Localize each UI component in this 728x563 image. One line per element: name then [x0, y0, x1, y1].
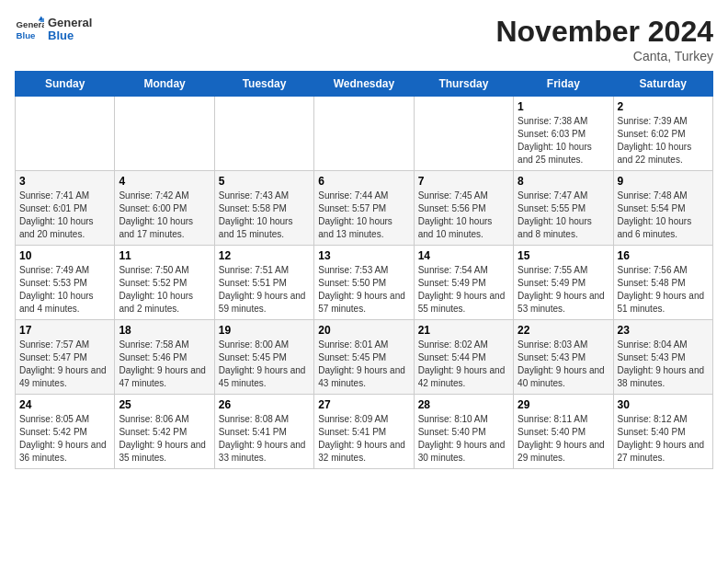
day-info: Sunrise: 8:12 AM Sunset: 5:40 PM Dayligh… [618, 413, 709, 465]
day-number: 13 [318, 249, 409, 262]
week-row-1: 1Sunrise: 7:38 AM Sunset: 6:03 PM Daylig… [16, 97, 713, 171]
day-cell: 9Sunrise: 7:48 AM Sunset: 5:54 PM Daylig… [613, 171, 712, 246]
day-cell [115, 97, 214, 171]
day-info: Sunrise: 7:42 AM Sunset: 6:00 PM Dayligh… [119, 190, 210, 241]
day-number: 8 [518, 175, 609, 188]
logo-general: General [48, 17, 92, 29]
title-area: November 2024 Canta, Turkey [495, 15, 713, 63]
calendar: SundayMondayTuesdayWednesdayThursdayFrid… [15, 71, 713, 469]
week-row-3: 10Sunrise: 7:49 AM Sunset: 5:53 PM Dayli… [16, 246, 713, 320]
day-info: Sunrise: 7:49 AM Sunset: 5:53 PM Dayligh… [19, 264, 110, 316]
day-info: Sunrise: 7:45 AM Sunset: 5:56 PM Dayligh… [418, 190, 509, 241]
day-number: 9 [618, 175, 709, 188]
day-cell: 20Sunrise: 8:01 AM Sunset: 5:45 PM Dayli… [314, 320, 414, 395]
day-cell: 23Sunrise: 8:04 AM Sunset: 5:43 PM Dayli… [613, 320, 712, 395]
svg-text:General: General [17, 19, 44, 29]
day-info: Sunrise: 7:58 AM Sunset: 5:46 PM Dayligh… [119, 339, 210, 390]
week-row-4: 17Sunrise: 7:57 AM Sunset: 5:47 PM Dayli… [16, 320, 713, 395]
day-cell: 18Sunrise: 7:58 AM Sunset: 5:46 PM Dayli… [115, 320, 214, 395]
day-info: Sunrise: 8:10 AM Sunset: 5:40 PM Dayligh… [418, 413, 509, 465]
day-number: 18 [119, 324, 210, 337]
day-cell: 22Sunrise: 8:03 AM Sunset: 5:43 PM Dayli… [514, 320, 613, 395]
day-cell: 21Sunrise: 8:02 AM Sunset: 5:44 PM Dayli… [414, 320, 513, 395]
col-header-thursday: Thursday [414, 72, 513, 97]
day-cell: 8Sunrise: 7:47 AM Sunset: 5:55 PM Daylig… [514, 171, 613, 246]
day-cell: 12Sunrise: 7:51 AM Sunset: 5:51 PM Dayli… [214, 246, 313, 320]
day-cell: 15Sunrise: 7:55 AM Sunset: 5:49 PM Dayli… [514, 246, 613, 320]
day-info: Sunrise: 7:57 AM Sunset: 5:47 PM Dayligh… [19, 339, 110, 390]
day-info: Sunrise: 7:38 AM Sunset: 6:03 PM Dayligh… [518, 115, 609, 167]
day-info: Sunrise: 8:03 AM Sunset: 5:43 PM Dayligh… [518, 339, 609, 390]
day-info: Sunrise: 8:09 AM Sunset: 5:41 PM Dayligh… [318, 413, 409, 465]
day-number: 14 [418, 249, 509, 262]
col-header-saturday: Saturday [613, 72, 712, 97]
day-cell: 10Sunrise: 7:49 AM Sunset: 5:53 PM Dayli… [16, 246, 115, 320]
svg-text:Blue: Blue [17, 30, 36, 40]
day-cell: 14Sunrise: 7:54 AM Sunset: 5:49 PM Dayli… [414, 246, 513, 320]
col-header-monday: Monday [115, 72, 214, 97]
day-cell: 7Sunrise: 7:45 AM Sunset: 5:56 PM Daylig… [414, 171, 513, 246]
day-cell: 6Sunrise: 7:44 AM Sunset: 5:57 PM Daylig… [314, 171, 414, 246]
day-info: Sunrise: 8:06 AM Sunset: 5:42 PM Dayligh… [119, 413, 210, 465]
day-number: 28 [418, 398, 509, 411]
day-cell [16, 97, 115, 171]
day-info: Sunrise: 8:04 AM Sunset: 5:43 PM Dayligh… [618, 339, 709, 390]
day-cell [314, 97, 414, 171]
day-info: Sunrise: 7:39 AM Sunset: 6:02 PM Dayligh… [618, 115, 709, 167]
day-number: 24 [19, 398, 110, 411]
header: General Blue General Blue November 2024 … [15, 15, 713, 63]
day-number: 20 [318, 324, 409, 337]
col-header-sunday: Sunday [16, 72, 115, 97]
day-number: 16 [618, 249, 709, 262]
day-number: 25 [119, 398, 210, 411]
day-cell: 4Sunrise: 7:42 AM Sunset: 6:00 PM Daylig… [115, 171, 214, 246]
col-header-friday: Friday [514, 72, 613, 97]
day-number: 7 [418, 175, 509, 188]
day-number: 4 [119, 175, 210, 188]
day-cell: 30Sunrise: 8:12 AM Sunset: 5:40 PM Dayli… [613, 395, 712, 469]
day-number: 6 [318, 175, 409, 188]
location: Canta, Turkey [495, 49, 713, 63]
day-cell: 17Sunrise: 7:57 AM Sunset: 5:47 PM Dayli… [16, 320, 115, 395]
day-number: 3 [19, 175, 110, 188]
day-cell: 25Sunrise: 8:06 AM Sunset: 5:42 PM Dayli… [115, 395, 214, 469]
month-title: November 2024 [495, 15, 713, 49]
day-cell: 2Sunrise: 7:39 AM Sunset: 6:02 PM Daylig… [613, 97, 712, 171]
day-info: Sunrise: 7:54 AM Sunset: 5:49 PM Dayligh… [418, 264, 509, 316]
day-info: Sunrise: 8:11 AM Sunset: 5:40 PM Dayligh… [518, 413, 609, 465]
day-number: 26 [219, 398, 310, 411]
day-number: 23 [618, 324, 709, 337]
day-number: 19 [219, 324, 310, 337]
day-number: 21 [418, 324, 509, 337]
day-info: Sunrise: 7:53 AM Sunset: 5:50 PM Dayligh… [318, 264, 409, 316]
day-info: Sunrise: 8:00 AM Sunset: 5:45 PM Dayligh… [219, 339, 310, 390]
day-info: Sunrise: 7:43 AM Sunset: 5:58 PM Dayligh… [219, 190, 310, 241]
day-number: 10 [19, 249, 110, 262]
day-info: Sunrise: 8:02 AM Sunset: 5:44 PM Dayligh… [418, 339, 509, 390]
day-number: 27 [318, 398, 409, 411]
day-number: 30 [618, 398, 709, 411]
day-cell: 28Sunrise: 8:10 AM Sunset: 5:40 PM Dayli… [414, 395, 513, 469]
day-cell [414, 97, 513, 171]
day-cell: 26Sunrise: 8:08 AM Sunset: 5:41 PM Dayli… [214, 395, 313, 469]
day-cell: 13Sunrise: 7:53 AM Sunset: 5:50 PM Dayli… [314, 246, 414, 320]
day-info: Sunrise: 7:56 AM Sunset: 5:48 PM Dayligh… [618, 264, 709, 316]
day-info: Sunrise: 8:08 AM Sunset: 5:41 PM Dayligh… [219, 413, 310, 465]
day-info: Sunrise: 7:47 AM Sunset: 5:55 PM Dayligh… [518, 190, 609, 241]
day-cell: 19Sunrise: 8:00 AM Sunset: 5:45 PM Dayli… [214, 320, 313, 395]
day-number: 29 [518, 398, 609, 411]
week-row-5: 24Sunrise: 8:05 AM Sunset: 5:42 PM Dayli… [16, 395, 713, 469]
day-cell [214, 97, 313, 171]
day-number: 5 [219, 175, 310, 188]
day-info: Sunrise: 7:48 AM Sunset: 5:54 PM Dayligh… [618, 190, 709, 241]
day-info: Sunrise: 7:55 AM Sunset: 5:49 PM Dayligh… [518, 264, 609, 316]
day-info: Sunrise: 7:51 AM Sunset: 5:51 PM Dayligh… [219, 264, 310, 316]
day-info: Sunrise: 7:50 AM Sunset: 5:52 PM Dayligh… [119, 264, 210, 316]
day-info: Sunrise: 8:01 AM Sunset: 5:45 PM Dayligh… [318, 339, 409, 390]
day-cell: 5Sunrise: 7:43 AM Sunset: 5:58 PM Daylig… [214, 171, 313, 246]
logo-blue: Blue [48, 29, 92, 42]
day-cell: 27Sunrise: 8:09 AM Sunset: 5:41 PM Dayli… [314, 395, 414, 469]
day-number: 15 [518, 249, 609, 262]
day-info: Sunrise: 8:05 AM Sunset: 5:42 PM Dayligh… [19, 413, 110, 465]
day-cell: 11Sunrise: 7:50 AM Sunset: 5:52 PM Dayli… [115, 246, 214, 320]
